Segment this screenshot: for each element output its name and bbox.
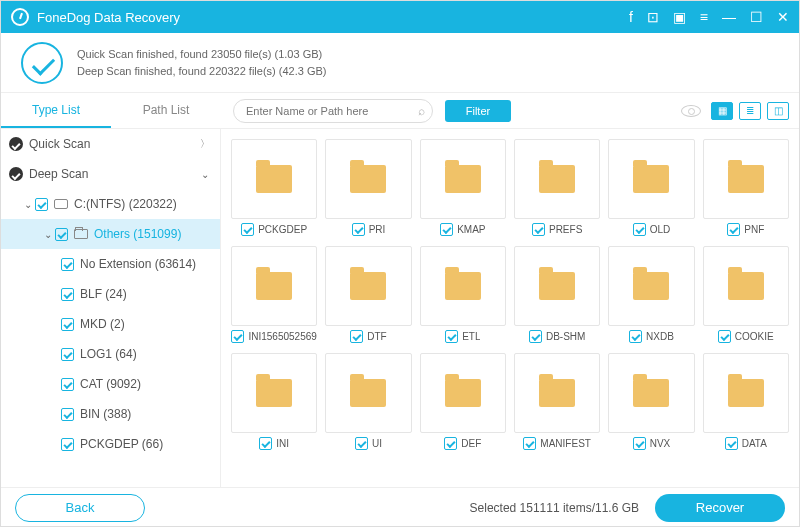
facebook-icon[interactable]: f: [629, 9, 633, 25]
file-thumbnail: [231, 353, 317, 433]
detail-view-icon[interactable]: ◫: [767, 102, 789, 120]
checkbox-icon[interactable]: [352, 223, 365, 236]
sidebar-item-label: PCKGDEP (66): [80, 437, 163, 451]
grid-view-icon[interactable]: ▦: [711, 102, 733, 120]
checkbox-icon[interactable]: [61, 288, 74, 301]
checkbox-icon[interactable]: [529, 330, 542, 343]
sidebar-quick-scan[interactable]: Quick Scan 〉: [1, 129, 220, 159]
file-item[interactable]: MANIFEST: [514, 353, 600, 450]
checkbox-icon[interactable]: [61, 258, 74, 271]
sidebar-item-label: LOG1 (64): [80, 347, 137, 361]
sidebar-deep-scan[interactable]: Deep Scan ⌄: [1, 159, 220, 189]
chevron-right-icon: 〉: [198, 137, 212, 151]
checkbox-icon[interactable]: [633, 223, 646, 236]
checkbox-icon[interactable]: [241, 223, 254, 236]
checkbox-icon[interactable]: [523, 437, 536, 450]
filter-button[interactable]: Filter: [445, 100, 511, 122]
folder-icon: [633, 379, 669, 407]
preview-icon[interactable]: [681, 105, 701, 117]
tab-path-list[interactable]: Path List: [111, 94, 221, 128]
file-item[interactable]: INI1565052569: [231, 246, 317, 343]
checkbox-icon[interactable]: [61, 378, 74, 391]
checkbox-icon[interactable]: [61, 348, 74, 361]
checkbox-icon[interactable]: [61, 438, 74, 451]
file-item[interactable]: OLD: [608, 139, 694, 236]
file-item[interactable]: ETL: [420, 246, 506, 343]
file-item[interactable]: UI: [325, 353, 411, 450]
checkbox-icon[interactable]: [629, 330, 642, 343]
checkbox-icon[interactable]: [55, 228, 68, 241]
file-item[interactable]: COOKIE: [703, 246, 789, 343]
file-item[interactable]: PREFS: [514, 139, 600, 236]
tab-type-list[interactable]: Type List: [1, 94, 111, 128]
sidebar-drive[interactable]: ⌄ C:(NTFS) (220322): [1, 189, 220, 219]
file-item[interactable]: PRI: [325, 139, 411, 236]
recover-button[interactable]: Recover: [655, 494, 785, 522]
checkbox-icon[interactable]: [444, 437, 457, 450]
checkbox-icon[interactable]: [259, 437, 272, 450]
bullet-icon: [9, 137, 23, 151]
file-item[interactable]: INI: [231, 353, 317, 450]
checkbox-icon[interactable]: [35, 198, 48, 211]
checkbox-icon[interactable]: [355, 437, 368, 450]
file-item[interactable]: NVX: [608, 353, 694, 450]
file-name: DATA: [742, 438, 767, 449]
search-icon[interactable]: ⌕: [418, 104, 425, 118]
checkbox-icon[interactable]: [532, 223, 545, 236]
sidebar-item[interactable]: CAT (9092): [1, 369, 220, 399]
folder-icon: [728, 379, 764, 407]
save-icon[interactable]: ▣: [673, 9, 686, 25]
checkbox-icon[interactable]: [445, 330, 458, 343]
file-name: DTF: [367, 331, 386, 342]
file-item[interactable]: KMAP: [420, 139, 506, 236]
file-item[interactable]: PCKGDEP: [231, 139, 317, 236]
minimize-icon[interactable]: —: [722, 9, 736, 25]
app-logo-icon: [11, 8, 29, 26]
file-item[interactable]: DATA: [703, 353, 789, 450]
search-box: ⌕: [233, 99, 433, 123]
file-item[interactable]: DB-SHM: [514, 246, 600, 343]
disk-icon: [54, 199, 68, 209]
back-button[interactable]: Back: [15, 494, 145, 522]
sidebar-item[interactable]: No Extension (63614): [1, 249, 220, 279]
file-thumbnail: [703, 353, 789, 433]
feedback-icon[interactable]: ⊡: [647, 9, 659, 25]
file-thumbnail: [420, 246, 506, 326]
sidebar: Quick Scan 〉 Deep Scan ⌄ ⌄ C:(NTFS) (220…: [1, 129, 221, 487]
quick-scan-summary: Quick Scan finished, found 23050 file(s)…: [77, 46, 326, 63]
sidebar-item[interactable]: PCKGDEP (66): [1, 429, 220, 459]
checkbox-icon[interactable]: [350, 330, 363, 343]
sidebar-item[interactable]: BIN (388): [1, 399, 220, 429]
checkbox-icon[interactable]: [61, 408, 74, 421]
checkbox-icon[interactable]: [231, 330, 244, 343]
search-input[interactable]: [233, 99, 433, 123]
sidebar-item-label: MKD (2): [80, 317, 125, 331]
maximize-icon[interactable]: ☐: [750, 9, 763, 25]
file-item[interactable]: DTF: [325, 246, 411, 343]
checkbox-icon[interactable]: [727, 223, 740, 236]
folder-icon: [539, 272, 575, 300]
checkbox-icon[interactable]: [633, 437, 646, 450]
deep-scan-label: Deep Scan: [29, 167, 198, 181]
list-view-icon[interactable]: ≣: [739, 102, 761, 120]
sidebar-item[interactable]: LOG1 (64): [1, 339, 220, 369]
close-icon[interactable]: ✕: [777, 9, 789, 25]
file-thumbnail: [608, 139, 694, 219]
selection-status: Selected 151111 items/11.6 GB: [470, 501, 639, 515]
checkbox-icon[interactable]: [718, 330, 731, 343]
app-title: FoneDog Data Recovery: [37, 10, 629, 25]
checkbox-icon[interactable]: [725, 437, 738, 450]
sidebar-others[interactable]: ⌄ Others (151099): [1, 219, 220, 249]
menu-icon[interactable]: ≡: [700, 9, 708, 25]
file-item[interactable]: PNF: [703, 139, 789, 236]
checkbox-icon[interactable]: [61, 318, 74, 331]
sidebar-item[interactable]: MKD (2): [1, 309, 220, 339]
folder-icon: [633, 272, 669, 300]
file-item[interactable]: DEF: [420, 353, 506, 450]
file-name: INI1565052569: [248, 331, 316, 342]
checkbox-icon[interactable]: [440, 223, 453, 236]
file-name: NXDB: [646, 331, 674, 342]
sidebar-item[interactable]: BLF (24): [1, 279, 220, 309]
chevron-down-icon: ⌄: [198, 169, 212, 180]
file-item[interactable]: NXDB: [608, 246, 694, 343]
